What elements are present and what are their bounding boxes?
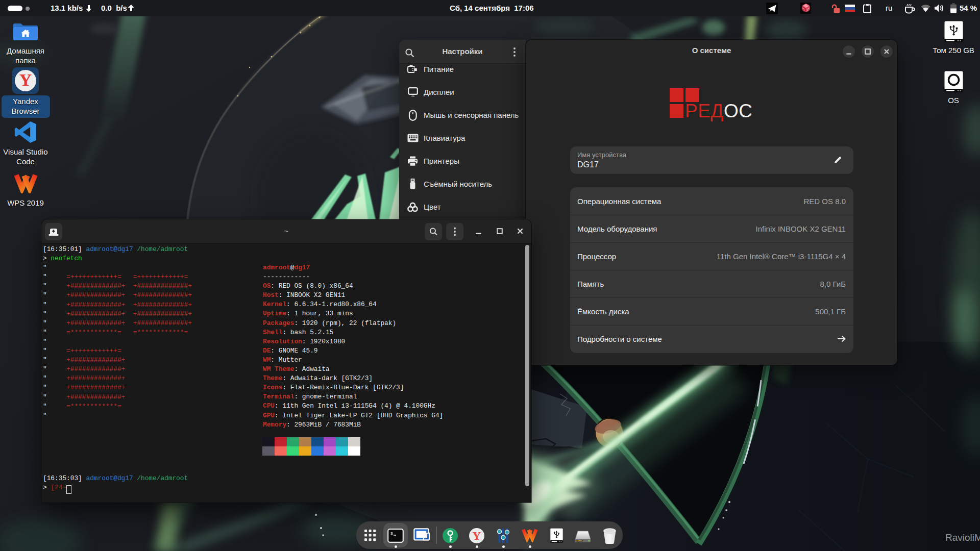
svg-text:$: $ bbox=[390, 531, 393, 536]
